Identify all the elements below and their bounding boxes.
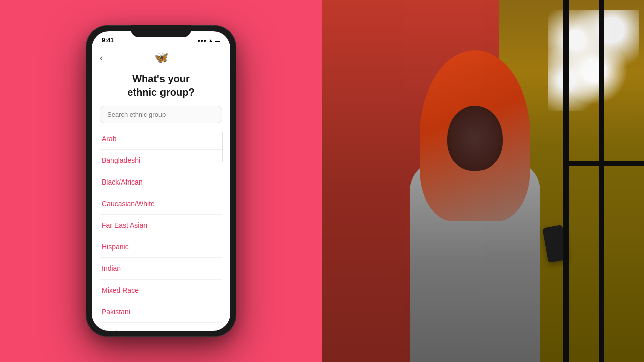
background-photo: [322, 0, 644, 362]
signal-icon: ●●●: [197, 38, 206, 43]
butterfly-logo: 🦋: [154, 51, 168, 64]
phone-mockup: 9:41 ●●● ▲ ▬ ‹ 🦋: [86, 25, 236, 337]
app-header: ‹ 🦋: [100, 47, 222, 66]
list-item[interactable]: Arab: [100, 128, 222, 150]
back-button[interactable]: ‹: [100, 53, 103, 63]
list-item[interactable]: Pakistani: [100, 301, 222, 323]
left-section: 9:41 ●●● ▲ ▬ ‹ 🦋: [0, 0, 322, 362]
wifi-icon: ▲: [208, 38, 213, 43]
app-content: ‹ 🦋 What's your ethnic group?: [92, 47, 230, 331]
window-frame: [564, 0, 644, 362]
screen-title: What's your ethnic group?: [100, 72, 222, 99]
list-item[interactable]: Persian: [100, 323, 222, 331]
list-item[interactable]: Black/African: [100, 171, 222, 193]
phone-screen: 9:41 ●●● ▲ ▬ ‹ 🦋: [92, 31, 230, 331]
phone-notch: [131, 25, 191, 37]
scroll-indicator: [222, 132, 223, 162]
list-item[interactable]: Bangladeshi: [100, 150, 222, 171]
list-item[interactable]: Far East Asian: [100, 215, 222, 236]
search-container: [100, 106, 222, 123]
battery-icon: ▬: [215, 38, 220, 43]
phone-frame: 9:41 ●●● ▲ ▬ ‹ 🦋: [86, 25, 236, 337]
list-item[interactable]: Indian: [100, 258, 222, 280]
ethnic-groups-list: ArabBangladeshiBlack/AfricanCaucasian/Wh…: [100, 128, 222, 331]
person-face: [447, 106, 503, 171]
search-input[interactable]: [100, 106, 222, 123]
list-item[interactable]: Mixed Race: [100, 280, 222, 301]
list-item[interactable]: Hispanic: [100, 236, 222, 258]
status-time: 9:41: [102, 37, 114, 44]
page-title: What's your ethnic group?: [100, 72, 222, 99]
right-section: [322, 0, 644, 362]
list-item[interactable]: Caucasian/White: [100, 193, 222, 215]
status-icons: ●●● ▲ ▬: [197, 38, 220, 43]
